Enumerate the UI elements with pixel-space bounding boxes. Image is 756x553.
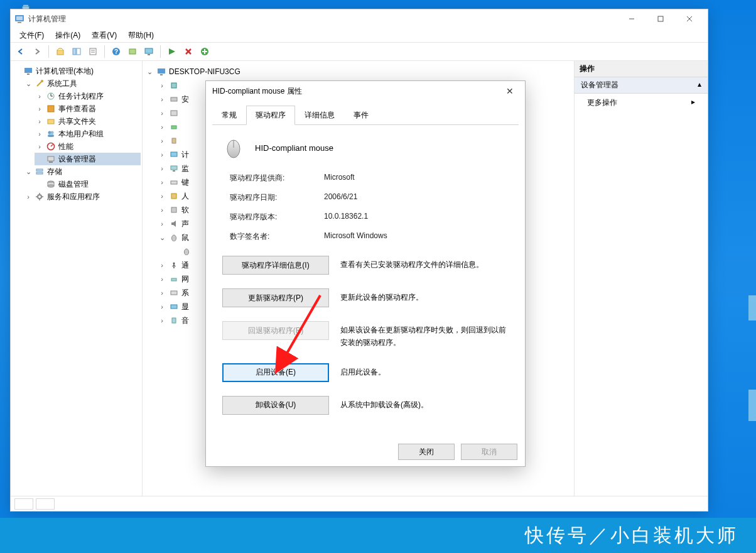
- minimize-button[interactable]: [617, 9, 646, 28]
- menubar: 文件(F) 操作(A) 查看(V) 帮助(H): [11, 28, 708, 42]
- update-driver-button[interactable]: 更新驱动程序(P): [222, 288, 329, 307]
- storage-controllers-icon: [169, 108, 179, 118]
- driver-info: 驱动程序提供商: Microsoft 驱动程序日期: 2006/6/21 驱动程…: [230, 173, 509, 242]
- tree-shared-folders[interactable]: ›共享文件夹: [35, 115, 141, 128]
- tree-event-viewer[interactable]: ›事件查看器: [35, 102, 141, 115]
- watermark-bar: 快传号／小白装机大师: [0, 518, 756, 553]
- dialog-title: HID-compliant mouse 属性: [212, 86, 501, 97]
- tree-root[interactable]: 计算机管理(本地): [12, 65, 141, 77]
- value-date: 2006/6/21: [324, 192, 509, 203]
- toolbar: ?: [11, 42, 708, 61]
- actions-panel: 操作 设备管理器 ▴ 更多操作 ▸: [575, 61, 708, 496]
- svg-rect-37: [49, 162, 53, 163]
- sound-icon: [169, 219, 179, 229]
- tree-services-apps[interactable]: ›服务和应用程序: [23, 190, 141, 203]
- forward-button[interactable]: [30, 44, 45, 59]
- svg-rect-33: [48, 134, 54, 137]
- actions-section-title[interactable]: 设备管理器 ▴: [575, 77, 708, 94]
- svg-point-32: [51, 131, 54, 134]
- rollback-driver-button: 回退驱动程序(R): [222, 321, 329, 340]
- value-signer: Microsoft Windows: [324, 231, 509, 242]
- update-driver-button[interactable]: [197, 44, 212, 59]
- menu-help[interactable]: 帮助(H): [123, 29, 159, 42]
- svg-rect-55: [171, 194, 176, 199]
- actions-more-label: 更多操作: [587, 97, 617, 108]
- window-title: 计算机管理: [28, 14, 617, 25]
- pc-icon: [156, 67, 166, 77]
- up-button[interactable]: [53, 44, 68, 59]
- statusbar-cell: [36, 498, 55, 510]
- chevron-right-icon: ▸: [691, 97, 695, 108]
- svg-rect-17: [148, 54, 150, 55]
- tree-performance[interactable]: ›性能: [35, 140, 141, 153]
- svg-rect-49: [171, 126, 176, 129]
- tab-events[interactable]: 事件: [344, 106, 378, 125]
- back-button[interactable]: [13, 44, 28, 59]
- mouse-icon: [181, 246, 192, 256]
- svg-line-35: [51, 145, 53, 146]
- hid-icon: [169, 191, 179, 201]
- close-button[interactable]: [675, 9, 704, 28]
- scan-button[interactable]: [125, 44, 140, 59]
- collapse-icon: ▴: [698, 80, 701, 90]
- tree-label: 事件查看器: [58, 104, 96, 114]
- computer-icon: [23, 66, 33, 76]
- svg-rect-66: [172, 318, 176, 323]
- ports-icon: [169, 136, 179, 146]
- titlebar[interactable]: 计算机管理: [11, 9, 708, 28]
- device-root[interactable]: ⌄DESKTOP-NIFU3CG: [145, 65, 571, 79]
- enable-device-button[interactable]: [165, 44, 180, 59]
- driver-details-desc: 查看有关已安装驱动程序文件的详细信息。: [340, 256, 509, 271]
- dialog-close-button[interactable]: ✕: [501, 82, 519, 100]
- tree-system-tools[interactable]: ⌄ 系统工具: [23, 77, 141, 90]
- svg-rect-1: [16, 16, 23, 20]
- svg-rect-64: [171, 291, 177, 295]
- svg-point-43: [38, 195, 41, 199]
- processor-icon: [169, 80, 179, 90]
- svg-rect-56: [171, 207, 176, 212]
- label-date: 驱动程序日期:: [230, 192, 324, 203]
- dialog-close-action-button[interactable]: 关闭: [398, 444, 455, 460]
- device-properties-dialog: HID-compliant mouse 属性 ✕ 常规 驱动程序 详细信息 事件…: [205, 80, 526, 467]
- monitor-button[interactable]: [141, 44, 156, 59]
- tree-task-scheduler[interactable]: ›任务计划程序: [35, 90, 141, 102]
- tree-disk-management[interactable]: 磁盘管理: [35, 178, 141, 190]
- system-devices-icon: [169, 288, 179, 298]
- svg-rect-29: [48, 106, 54, 112]
- tab-general[interactable]: 常规: [212, 106, 246, 125]
- properties-button[interactable]: [85, 44, 100, 59]
- value-provider: Microsoft: [324, 173, 509, 183]
- svg-rect-4: [658, 16, 663, 21]
- help-button[interactable]: ?: [109, 44, 124, 59]
- device-manager-icon: [46, 154, 56, 164]
- svg-rect-30: [48, 119, 54, 124]
- tab-details[interactable]: 详细信息: [295, 106, 344, 125]
- svg-rect-2: [18, 22, 21, 23]
- tab-driver[interactable]: 驱动程序: [246, 106, 295, 125]
- mouse-icon: [222, 136, 245, 159]
- disable-device-button[interactable]: [181, 44, 196, 59]
- shared-folder-icon: [46, 116, 56, 126]
- maximize-button[interactable]: [646, 9, 675, 28]
- tree-device-manager[interactable]: 设备管理器: [35, 153, 141, 165]
- uninstall-device-button[interactable]: 卸载设备(U): [222, 396, 329, 415]
- update-driver-desc: 更新此设备的驱动程序。: [340, 288, 509, 304]
- dialog-titlebar[interactable]: HID-compliant mouse 属性 ✕: [206, 81, 525, 101]
- menu-file[interactable]: 文件(F): [14, 29, 49, 42]
- menu-action[interactable]: 操作(A): [50, 29, 85, 42]
- watermark-text: 快传号／小白装机大师: [525, 523, 738, 549]
- uninstall-device-desc: 从系统中卸载设备(高级)。: [340, 396, 509, 411]
- driver-details-button[interactable]: 驱动程序详细信息(I): [222, 256, 329, 275]
- label-version: 驱动程序版本:: [230, 212, 324, 222]
- menu-view[interactable]: 查看(V): [87, 29, 122, 42]
- actions-more-link[interactable]: 更多操作 ▸: [575, 94, 708, 112]
- tree-storage[interactable]: ⌄存储: [23, 165, 141, 178]
- clock-icon: [46, 91, 56, 101]
- svg-rect-9: [77, 48, 80, 55]
- svg-rect-45: [160, 74, 163, 75]
- svg-point-25: [41, 80, 43, 82]
- event-icon: [46, 104, 56, 114]
- show-hide-tree-button[interactable]: [69, 44, 84, 59]
- tree-local-users[interactable]: ›本地用户和组: [35, 128, 141, 140]
- enable-device-button[interactable]: 启用设备(E): [222, 363, 329, 382]
